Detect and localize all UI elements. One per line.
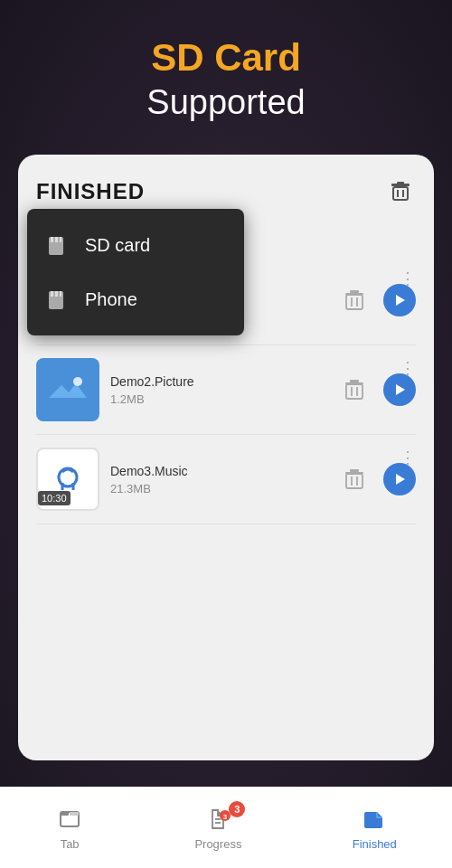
phone-option-label: Phone — [85, 289, 137, 310]
picture-filename: Demo2.Picture — [110, 374, 331, 389]
svg-rect-14 — [60, 237, 61, 242]
picture-file-info: Demo2.Picture 1.2MB — [110, 374, 331, 406]
music-delete-button[interactable] — [338, 463, 371, 495]
svg-rect-46 — [61, 812, 69, 816]
music-actions — [338, 463, 416, 495]
video-play-button[interactable] — [383, 284, 416, 316]
clear-all-button[interactable] — [385, 176, 416, 207]
svg-rect-47 — [70, 812, 79, 816]
svg-rect-16 — [51, 291, 53, 297]
svg-rect-40 — [350, 469, 359, 472]
svg-marker-35 — [396, 384, 405, 395]
svg-rect-18 — [60, 291, 61, 297]
header: SD Card Supported — [0, 0, 452, 140]
svg-rect-41 — [346, 474, 363, 488]
tab-bar: Tab 3 3 Progress Finished — [0, 787, 452, 868]
music-play-button[interactable] — [383, 463, 416, 495]
music-time-badge: 10:30 — [38, 491, 71, 505]
svg-rect-17 — [55, 291, 58, 297]
svg-point-29 — [73, 377, 82, 386]
dropdown-item-sd[interactable]: SD card — [27, 218, 244, 272]
main-card: FINISHED SD card ▼ — [18, 155, 434, 760]
progress-badge: 3 — [229, 801, 245, 817]
music-more-icon[interactable]: ⋮ — [400, 448, 416, 467]
storage-dropdown: SD card Phone — [27, 209, 244, 335]
picture-delete-button[interactable] — [338, 373, 371, 406]
tab-finished-icon — [360, 805, 389, 834]
picture-more-icon[interactable]: ⋮ — [400, 358, 416, 378]
svg-marker-26 — [396, 295, 405, 306]
header-title: SD Card — [18, 36, 434, 80]
svg-rect-12 — [51, 237, 53, 242]
svg-rect-1 — [393, 187, 408, 200]
video-delete-button[interactable] — [338, 284, 371, 316]
sd-card-option-icon — [45, 232, 71, 258]
picture-play-button[interactable] — [383, 373, 416, 406]
header-subtitle: Supported — [18, 83, 434, 122]
tab-tab-label: Tab — [61, 837, 80, 851]
svg-rect-32 — [346, 384, 363, 399]
svg-rect-27 — [49, 371, 87, 409]
tab-finished[interactable]: Finished — [334, 797, 415, 858]
tab-tab[interactable]: Tab — [37, 797, 102, 858]
picture-filesize: 1.2MB — [110, 392, 331, 406]
phone-option-icon — [45, 287, 71, 312]
picture-thumbnail — [36, 358, 99, 421]
header-sd: SD Card — [151, 36, 301, 79]
svg-rect-4 — [397, 182, 404, 184]
tab-progress-label: Progress — [194, 837, 241, 851]
music-filesize: 21.3MB — [110, 482, 331, 495]
file-item-picture: Demo2.Picture 1.2MB ⋮ — [36, 345, 416, 435]
dropdown-item-phone[interactable]: Phone — [27, 272, 244, 326]
svg-text:3: 3 — [223, 813, 228, 821]
music-file-info: Demo3.Music 21.3MB — [110, 464, 331, 495]
tab-progress[interactable]: 3 3 Progress — [176, 797, 259, 858]
music-filename: Demo3.Music — [110, 464, 331, 478]
video-more-icon[interactable]: ⋮ — [400, 269, 416, 288]
svg-rect-31 — [350, 380, 359, 382]
music-thumbnail: 10:30 — [36, 448, 99, 511]
tab-tab-icon — [55, 805, 84, 834]
svg-rect-13 — [55, 237, 58, 242]
card-title: FINISHED — [36, 179, 145, 204]
picture-actions — [338, 373, 416, 406]
card-header: FINISHED — [36, 176, 416, 207]
svg-rect-23 — [346, 295, 363, 309]
svg-rect-22 — [350, 290, 359, 293]
svg-marker-44 — [396, 474, 405, 485]
tab-finished-label: Finished — [353, 837, 397, 851]
file-item-music: 10:30 Demo3.Music 21.3MB ⋮ — [36, 435, 416, 524]
sd-card-option-label: SD card — [85, 235, 150, 256]
video-actions — [338, 284, 416, 316]
